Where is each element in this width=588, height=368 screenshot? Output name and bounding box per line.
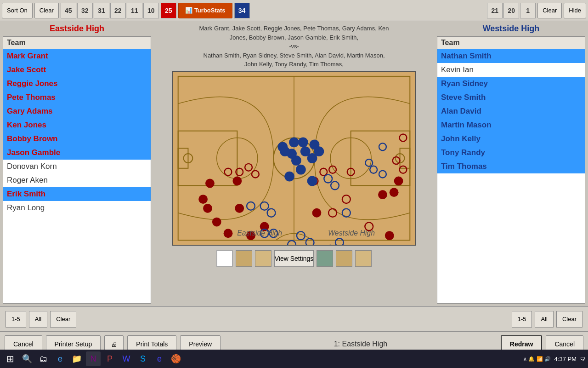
svg-point-14 xyxy=(203,203,212,213)
clear-right-button[interactable]: Clear xyxy=(537,3,562,18)
taskbar-time: 4:37 PM xyxy=(554,356,577,362)
right-numbers: 21 20 1 xyxy=(487,3,536,18)
westside-1-5-button[interactable]: 1-5 xyxy=(512,311,532,328)
list-item[interactable]: Gary Adams xyxy=(3,104,151,118)
swatch-tan2[interactable] xyxy=(336,250,352,267)
eastside-team-label: Eastside High xyxy=(3,24,151,34)
svg-point-61 xyxy=(280,146,290,156)
taskbar-icons-right: ∧ 🔔 📶 🔊 xyxy=(523,356,550,362)
taskbar-task-view[interactable]: 🗂 xyxy=(36,351,51,366)
list-item[interactable]: Ryan Sidney xyxy=(437,77,585,91)
num-45[interactable]: 45 xyxy=(61,3,76,18)
center-panel: Mark Grant, Jake Scott, Reggie Jones, Pe… xyxy=(154,21,434,306)
sort-on-button[interactable]: Sort On xyxy=(2,3,33,18)
swatch-tan[interactable] xyxy=(236,250,252,267)
matchup-line4: John Kelly, Tony Randy, Tim Thomas, xyxy=(244,61,344,68)
top-toolbar: Sort On Clear 45 32 31 22 11 10 25 📊 Tur… xyxy=(0,0,588,21)
hide-button[interactable]: Hide xyxy=(564,3,586,18)
taskbar-search[interactable]: 🔍 xyxy=(20,351,34,366)
turbostats-label: TurboStats xyxy=(194,7,226,14)
eastside-1-5-button[interactable]: 1-5 xyxy=(6,311,26,328)
swatch-green[interactable] xyxy=(317,250,333,267)
list-item[interactable]: Tim Thomas xyxy=(437,160,585,173)
list-item[interactable]: John Kelly xyxy=(437,132,585,146)
right-controls: 1-5 All Clear xyxy=(431,311,585,328)
list-item[interactable]: Donovan Korn xyxy=(3,160,151,173)
swatch-white[interactable] xyxy=(216,250,233,267)
list-item[interactable]: Nathan Smith xyxy=(437,49,585,63)
list-item[interactable]: Ken Jones xyxy=(3,118,151,132)
main-area: Eastside High Team Mark Grant Jake Scott… xyxy=(0,21,588,306)
start-button[interactable]: ⊞ xyxy=(3,351,18,366)
svg-point-13 xyxy=(198,195,208,204)
westside-player-list: Team Nathan Smith Kevin Ian Ryan Sidney … xyxy=(437,36,585,304)
num-10[interactable]: 10 xyxy=(143,3,159,18)
list-item[interactable]: Tony Randy xyxy=(437,146,585,160)
left-numbers: 45 32 31 22 11 10 xyxy=(61,3,159,18)
taskbar-powerpoint[interactable]: P xyxy=(102,351,117,366)
matchup-line1: Mark Grant, Jake Scott, Reggie Jones, Pe… xyxy=(199,25,389,32)
printer-icon: 🖨 xyxy=(111,340,117,348)
taskbar-edge[interactable]: e xyxy=(53,351,68,366)
list-item[interactable]: Kevin Ian xyxy=(437,63,585,77)
list-item[interactable]: Steve Smith xyxy=(437,91,585,104)
list-item[interactable]: Erik Smith xyxy=(3,187,151,201)
svg-point-16 xyxy=(235,203,244,213)
list-item[interactable]: Alan David xyxy=(437,104,585,118)
taskbar-ie[interactable]: e xyxy=(152,351,167,366)
list-item[interactable]: Pete Thomas xyxy=(3,91,151,104)
svg-point-54 xyxy=(296,164,306,174)
matchup-line3: Nathan Smith, Ryan Sidney, Steve Smith, … xyxy=(204,52,385,59)
turbostats-icon: 📊 xyxy=(185,7,192,14)
svg-point-60 xyxy=(289,137,299,147)
list-item[interactable]: Roger Aken xyxy=(3,173,151,187)
score-left: 25 xyxy=(161,3,176,18)
num-20[interactable]: 20 xyxy=(503,3,519,18)
taskbar-word[interactable]: W xyxy=(119,351,134,366)
svg-point-20 xyxy=(232,176,242,185)
clear-left-button[interactable]: Clear xyxy=(34,3,59,18)
list-item[interactable]: Reggie Jones xyxy=(3,77,151,91)
num-1[interactable]: 1 xyxy=(520,3,536,18)
swatch-light-tan[interactable] xyxy=(255,250,271,267)
list-item[interactable]: Ryan Long xyxy=(3,201,151,215)
svg-point-15 xyxy=(212,217,221,226)
eastside-clear-button[interactable]: Clear xyxy=(50,311,76,328)
num-32[interactable]: 32 xyxy=(77,3,93,18)
matchup-text: Mark Grant, Jake Scott, Reggie Jones, Pe… xyxy=(194,21,393,69)
taskbar-skype[interactable]: S xyxy=(136,351,150,366)
taskbar-explorer[interactable]: 📁 xyxy=(69,351,84,366)
list-item[interactable]: Jason Gamble xyxy=(3,146,151,160)
svg-point-58 xyxy=(314,146,324,156)
num-22[interactable]: 22 xyxy=(110,3,126,18)
westside-clear-button[interactable]: Clear xyxy=(556,311,582,328)
eastside-list-header: Team xyxy=(3,37,151,49)
num-11[interactable]: 11 xyxy=(127,3,142,18)
taskbar-notification: 🗨 xyxy=(580,356,585,362)
left-controls: 1-5 All Clear xyxy=(3,311,157,328)
num-21[interactable]: 21 xyxy=(487,3,503,18)
right-panel: Westside High Team Nathan Smith Kevin Ia… xyxy=(434,21,588,306)
list-item[interactable]: Jake Scott xyxy=(3,63,151,77)
turbostats-button[interactable]: 📊 TurboStats xyxy=(178,3,232,18)
westside-all-button[interactable]: All xyxy=(535,311,553,328)
svg-text:Westside High: Westside High xyxy=(328,229,375,237)
list-item[interactable]: Martin Mason xyxy=(437,118,585,132)
score-right: 34 xyxy=(234,3,250,18)
svg-point-17 xyxy=(224,229,233,238)
taskbar-right: ∧ 🔔 📶 🔊 4:37 PM 🗨 xyxy=(523,356,585,362)
list-item[interactable]: Mark Grant xyxy=(3,49,151,63)
eastside-all-button[interactable]: All xyxy=(29,311,47,328)
swatch-cream[interactable] xyxy=(355,250,372,267)
svg-point-56 xyxy=(307,176,317,186)
eastside-player-list: Team Mark Grant Jake Scott Reggie Jones … xyxy=(3,36,151,304)
svg-text:Eastside High: Eastside High xyxy=(237,229,282,237)
num-31[interactable]: 31 xyxy=(94,3,109,18)
svg-point-24 xyxy=(385,231,394,240)
taskbar-sports[interactable]: 🏀 xyxy=(169,351,183,366)
westside-list-header: Team xyxy=(437,37,585,49)
taskbar-onenote[interactable]: N xyxy=(86,351,101,366)
view-settings-button[interactable]: View Settings xyxy=(274,250,314,267)
svg-point-49 xyxy=(298,137,308,147)
list-item[interactable]: Bobby Brown xyxy=(3,132,151,146)
